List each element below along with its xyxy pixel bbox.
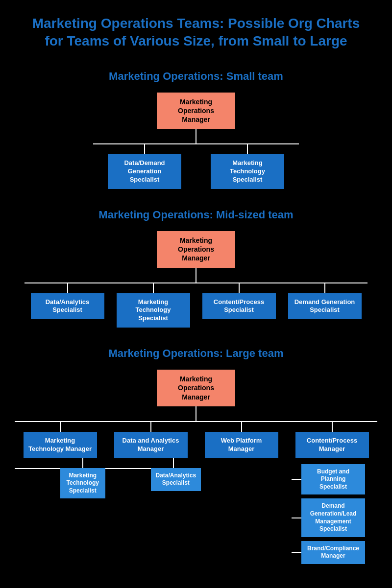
large-mgr-col-2: Data and Analytics Manager Data/Analytic… xyxy=(105,421,196,491)
mid-hline-row: Data/Analytics Specialist Marketing Tech… xyxy=(24,282,368,328)
mid-root-box: Marketing Operations Manager xyxy=(157,231,235,268)
mid-team-section: Marketing Operations: Mid-sized team Mar… xyxy=(10,209,382,328)
small-hline-row: Data/Demand Generation Specialist Market… xyxy=(93,143,299,189)
small-team-section: Marketing Operations: Small team Marketi… xyxy=(10,70,382,189)
large-mgr2-sub-wrapper: Data/Analytics Specialist xyxy=(105,458,196,491)
large-mgr-box-4: Content/Process Manager xyxy=(295,432,369,458)
mid-child-col-3: Content/Process Specialist xyxy=(196,282,282,320)
mid-root-vline xyxy=(196,268,196,282)
small-team-title: Marketing Operations: Small team xyxy=(10,70,382,83)
large-mgr4-sub-box-2: Demand Generation/Lead Management Specia… xyxy=(301,498,365,537)
large-mgr-vline-2 xyxy=(150,422,151,432)
large-mgr-col-3: Web Platform Manager xyxy=(196,421,287,458)
large-mgr4-subs-col: Budget and Planning Specialist Demand Ge… xyxy=(292,458,365,564)
small-root-vline xyxy=(196,129,196,143)
large-mgr4-sub-hline-2 xyxy=(292,517,301,518)
large-mgr-box-2: Data and Analytics Manager xyxy=(114,432,188,458)
large-mgr-box-3: Web Platform Manager xyxy=(205,432,278,458)
large-mgr-vline-3 xyxy=(241,422,242,432)
large-mgr4-subs-wrapper: Budget and Planning Specialist Demand Ge… xyxy=(287,458,377,564)
large-mgr4-sub-row-1: Budget and Planning Specialist xyxy=(292,464,365,495)
large-mgr2-sub-vline xyxy=(173,458,174,468)
mid-child-box-2: Marketing Technology Specialist xyxy=(117,293,190,328)
large-root-box: Marketing Operations Manager xyxy=(157,370,235,406)
small-child-right-col: Marketing Technology Specialist xyxy=(196,143,299,189)
mid-child-col-1: Data/Analytics Specialist xyxy=(24,282,110,320)
large-mgr-col-4: Content/Process Manager Budget and Plann… xyxy=(287,421,377,564)
large-managers-wrapper: Marketing Technology Manager Marketing T… xyxy=(10,421,382,564)
mid-vline-3 xyxy=(239,283,240,293)
large-mgr2-sub-hline xyxy=(105,468,151,469)
large-mgr1-sub-box: Marketing Technology Specialist xyxy=(60,468,106,499)
page-title: Marketing Operations Teams: Possible Org… xyxy=(10,10,382,55)
large-hline-row: Marketing Technology Manager Marketing T… xyxy=(15,421,377,564)
mid-vline-2 xyxy=(153,283,154,293)
large-mgr-col-1: Marketing Technology Manager Marketing T… xyxy=(15,421,105,499)
small-right-vline xyxy=(247,144,248,154)
large-mgr2-sub-col: Data/Analytics Specialist xyxy=(151,458,196,491)
small-child-left-box: Data/Demand Generation Specialist xyxy=(108,154,181,189)
large-team-title: Marketing Operations: Large team xyxy=(10,347,382,360)
large-mgr-box-1: Marketing Technology Manager xyxy=(24,432,97,458)
mid-child-col-2: Marketing Technology Specialist xyxy=(110,282,196,328)
large-mgr4-sub-box-3: Brand/Compliance Manager xyxy=(301,541,365,564)
large-team-section: Marketing Operations: Large team Marketi… xyxy=(10,347,382,564)
large-mgr2-sub-box: Data/Analytics Specialist xyxy=(151,468,201,491)
large-mgr4-sub-box-1: Budget and Planning Specialist xyxy=(301,464,365,495)
small-left-vline xyxy=(144,144,145,154)
mid-team-title: Marketing Operations: Mid-sized team xyxy=(10,209,382,221)
mid-vline-1 xyxy=(67,283,68,293)
large-mgr-vline-4 xyxy=(332,422,333,432)
small-children-wrapper: Data/Demand Generation Specialist Market… xyxy=(10,143,382,189)
small-child-left-col: Data/Demand Generation Specialist xyxy=(93,143,196,189)
mid-child-box-4: Demand Generation Specialist xyxy=(288,293,362,320)
large-mgr1-sub-hline xyxy=(15,468,60,469)
large-mgr1-sub-col: Marketing Technology Specialist xyxy=(60,458,106,499)
mid-child-col-4: Demand Generation Specialist xyxy=(282,282,368,320)
mid-team-chart: Marketing Operations Manager Data/Analyt… xyxy=(10,231,382,328)
large-mgr-vline-1 xyxy=(60,422,61,432)
large-mgr4-sub-row-2: Demand Generation/Lead Management Specia… xyxy=(292,498,365,537)
mid-vline-4 xyxy=(324,283,325,293)
large-mgr4-sub-row-3: Brand/Compliance Manager xyxy=(292,541,365,564)
small-root-box: Marketing Operations Manager xyxy=(157,93,235,129)
large-root-vline xyxy=(196,406,196,421)
small-child-right-box: Marketing Technology Specialist xyxy=(211,154,284,189)
small-team-chart: Marketing Operations Manager Data/Demand… xyxy=(10,93,382,189)
large-team-chart: Marketing Operations Manager Marketing T… xyxy=(10,370,382,564)
large-mgr1-sub-vline xyxy=(82,458,83,468)
mid-child-box-1: Data/Analytics Specialist xyxy=(31,293,104,320)
mid-child-box-3: Content/Process Specialist xyxy=(202,293,276,320)
large-mgr4-sub-hline-3 xyxy=(292,552,301,553)
large-mgr1-sub-wrapper: Marketing Technology Specialist xyxy=(15,458,105,499)
large-mgr4-sub-hline-1 xyxy=(292,479,301,480)
mid-children-wrapper: Data/Analytics Specialist Marketing Tech… xyxy=(10,282,382,328)
